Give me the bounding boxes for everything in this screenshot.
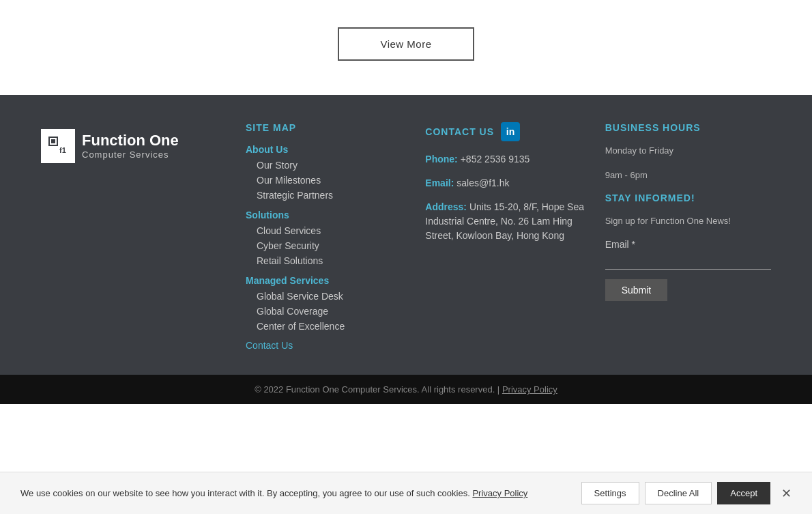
list-item: Strategic Partners [257,189,411,201]
cyber-security-link[interactable]: Cyber Security [257,240,319,251]
cloud-services-link[interactable]: Cloud Services [257,225,321,236]
about-us-heading: About Us [246,144,411,155]
phone-item: Phone: +852 2536 9135 [425,152,591,167]
business-hours: 9am - 6pm [605,169,771,182]
global-coverage-link[interactable]: Global Coverage [257,306,328,317]
list-item: Cloud Services [257,225,411,237]
managed-items: Global Service Desk Global Coverage Cent… [246,290,411,332]
view-more-section: View More [0,0,812,95]
copyright-text: © 2022 Function One Computer Services. A… [255,384,499,395]
strategic-partners-link[interactable]: Strategic Partners [257,190,333,201]
stay-informed-sub: Sign up for Function One News! [605,214,771,228]
footer-bottom: © 2022 Function One Computer Services. A… [0,375,812,404]
svg-text:f1: f1 [59,146,66,154]
logo-box: f1 Function One Computer Services [41,129,179,163]
phone-label: Phone: [425,154,457,165]
global-service-desk-link[interactable]: Global Service Desk [257,291,343,302]
svg-rect-3 [51,139,55,143]
list-item: Retail Solutions [257,255,411,267]
linkedin-link[interactable]: in [501,122,520,141]
our-milestones-link[interactable]: Our Milestones [257,175,321,186]
contact-us-heading: CONTACT US [425,126,494,137]
view-more-button[interactable]: View More [338,27,474,61]
site-map-column: SITE MAP About Us Our Story Our Mileston… [246,122,411,354]
site-map-list: About Us Our Story Our Milestones Strate… [246,144,411,352]
solutions-heading: Solutions [246,210,411,220]
our-story-link[interactable]: Our Story [257,160,298,171]
company-name: Function One [82,132,179,149]
logo-text: Function One Computer Services [82,132,179,159]
footer-grid: f1 Function One Computer Services SITE M… [41,122,771,354]
business-hours-heading: BUSINESS HOURS [605,122,771,133]
contact-title-row: CONTACT US in [425,122,591,141]
list-item: Our Milestones [257,174,411,186]
contact-column: CONTACT US in Phone: +852 2536 9135 Emai… [425,122,591,354]
site-map-heading: SITE MAP [246,122,411,133]
company-subtitle: Computer Services [82,149,179,160]
business-days: Monday to Friday [605,144,771,158]
list-item: Center of Excellence [257,320,411,332]
email-field-label: Email * [605,239,771,250]
email-item: Email: sales@f1.hk [425,176,591,190]
logo-icon: f1 [41,129,75,163]
solutions-items: Cloud Services Cyber Security Retail Sol… [246,225,411,267]
list-item: Global Coverage [257,305,411,317]
list-item: Our Story [257,159,411,171]
about-items: Our Story Our Milestones Strategic Partn… [246,159,411,201]
retail-solutions-link[interactable]: Retail Solutions [257,255,323,266]
email-address: sales@f1.hk [456,177,509,188]
submit-button[interactable]: Submit [605,279,668,301]
email-input[interactable] [605,253,771,270]
privacy-policy-link[interactable]: Privacy Policy [502,384,557,395]
footer: f1 Function One Computer Services SITE M… [0,95,812,375]
contact-us-link[interactable]: Contact Us [246,340,293,351]
center-of-excellence-link[interactable]: Center of Excellence [257,321,345,332]
address-label: Address: [425,201,467,212]
phone-number: +852 2536 9135 [461,154,530,165]
logo-area: f1 Function One Computer Services [41,122,232,354]
stay-informed-heading: STAY INFORMED! [605,192,771,203]
list-item: Global Service Desk [257,290,411,302]
email-label: Email: [425,177,454,188]
list-item: Cyber Security [257,240,411,252]
managed-services-heading: Managed Services [246,275,411,286]
business-hours-column: BUSINESS HOURS Monday to Friday 9am - 6p… [605,122,771,354]
address-item: Address: Units 15-20, 8/F, Hope Sea Indu… [425,200,591,243]
